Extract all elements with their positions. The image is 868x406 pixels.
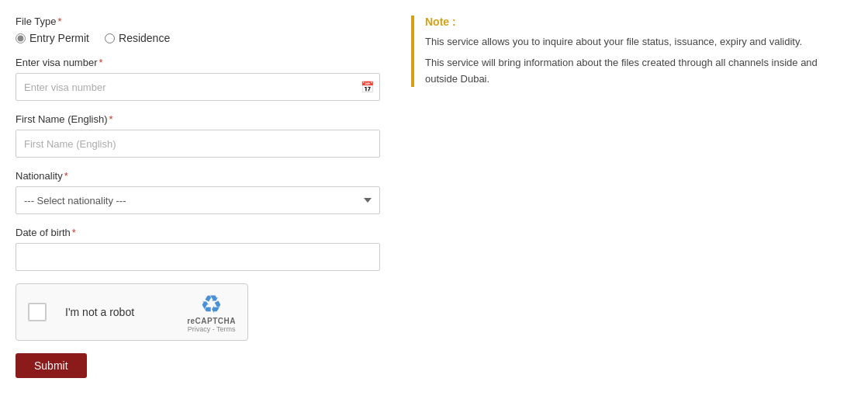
recaptcha-icon: ♻ bbox=[200, 292, 223, 317]
first-name-input[interactable] bbox=[16, 130, 380, 158]
dob-input[interactable] bbox=[16, 243, 380, 271]
recaptcha-widget: I'm not a robot ♻ reCAPTCHA Privacy - Te… bbox=[16, 283, 248, 341]
entry-permit-option[interactable]: Entry Permit bbox=[16, 32, 89, 44]
residence-radio[interactable] bbox=[105, 33, 115, 43]
file-type-label: File Type* bbox=[16, 16, 380, 27]
required-indicator: * bbox=[64, 170, 68, 182]
note-container: Note : This service allows you to inquir… bbox=[411, 16, 852, 87]
captcha-links: Privacy - Terms bbox=[188, 325, 236, 333]
nationality-select[interactable]: --- Select nationality --- bbox=[16, 186, 380, 214]
captcha-checkbox[interactable] bbox=[28, 303, 47, 321]
dob-label: Date of birth* bbox=[16, 227, 380, 238]
file-type-radio-group: Entry Permit Residence bbox=[16, 32, 380, 44]
first-name-label: First Name (English)* bbox=[16, 113, 380, 125]
entry-permit-radio-label: Entry Permit bbox=[29, 32, 89, 44]
nationality-label: Nationality* bbox=[16, 170, 380, 182]
required-indicator: * bbox=[99, 57, 103, 68]
visa-number-label: Enter visa number* bbox=[16, 57, 380, 68]
residence-radio-label: Residence bbox=[119, 32, 170, 44]
required-indicator: * bbox=[72, 227, 76, 238]
required-indicator: * bbox=[58, 16, 62, 27]
visa-number-wrapper: 📅 bbox=[16, 73, 380, 101]
residence-option[interactable]: Residence bbox=[105, 32, 170, 44]
required-indicator: * bbox=[109, 113, 112, 125]
note-title: Note : bbox=[425, 16, 852, 28]
visa-number-input[interactable] bbox=[16, 73, 380, 101]
captcha-brand: reCAPTCHA bbox=[187, 317, 236, 325]
entry-permit-radio[interactable] bbox=[16, 33, 26, 43]
note-text-1: This service allows you to inquire about… bbox=[425, 34, 852, 50]
note-text-2: This service will bring information abou… bbox=[425, 55, 852, 88]
captcha-logo-area: ♻ reCAPTCHA Privacy - Terms bbox=[187, 292, 236, 333]
captcha-checkbox-area[interactable] bbox=[28, 303, 47, 321]
submit-button[interactable]: Submit bbox=[16, 353, 87, 378]
captcha-label: I'm not a robot bbox=[65, 306, 176, 318]
